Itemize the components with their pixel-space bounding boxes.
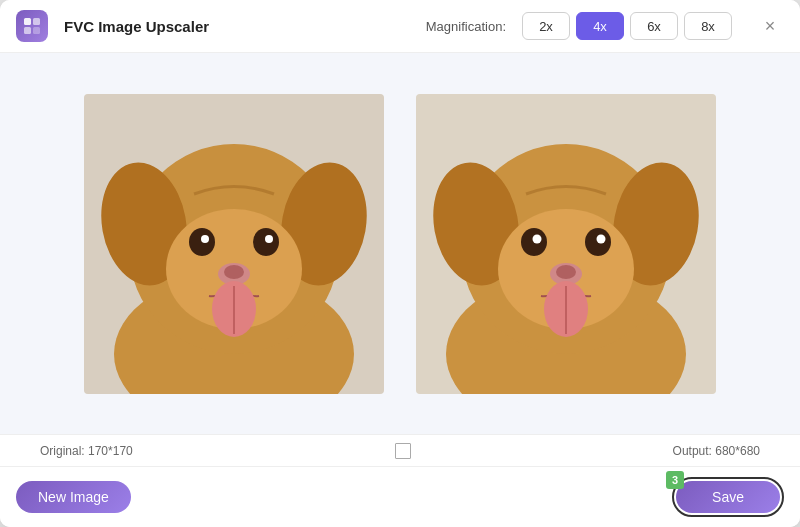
status-bar: Original: 170*170 Output: 680*680 xyxy=(0,434,800,466)
main-content xyxy=(0,53,800,434)
magnification-controls: 2x 4x 6x 8x xyxy=(522,12,732,40)
svg-point-12 xyxy=(201,235,209,243)
title-bar: FVC Image Upscaler Magnification: 2x 4x … xyxy=(0,0,800,53)
svg-point-27 xyxy=(597,234,606,243)
original-size-label: Original: 170*170 xyxy=(40,444,133,458)
output-image-panel xyxy=(416,94,716,394)
mag-8x-button[interactable]: 8x xyxy=(684,12,732,40)
svg-point-15 xyxy=(224,265,244,279)
app-title: FVC Image Upscaler xyxy=(64,18,209,35)
svg-rect-3 xyxy=(33,27,40,34)
close-button[interactable]: × xyxy=(756,12,784,40)
app-logo xyxy=(16,10,48,42)
center-icon xyxy=(395,443,411,459)
save-wrapper: 3 Save xyxy=(672,477,784,517)
original-image-panel xyxy=(84,94,384,394)
svg-point-29 xyxy=(556,265,576,279)
magnification-label: Magnification: xyxy=(426,19,506,34)
svg-point-10 xyxy=(189,228,215,256)
mag-6x-button[interactable]: 6x xyxy=(630,12,678,40)
footer: New Image 3 Save xyxy=(0,466,800,527)
save-button[interactable]: Save xyxy=(676,481,780,513)
mag-4x-button[interactable]: 4x xyxy=(576,12,624,40)
svg-point-13 xyxy=(265,235,273,243)
new-image-button[interactable]: New Image xyxy=(16,481,131,513)
mag-2x-button[interactable]: 2x xyxy=(522,12,570,40)
app-window: FVC Image Upscaler Magnification: 2x 4x … xyxy=(0,0,800,527)
svg-rect-0 xyxy=(24,18,31,25)
save-badge: 3 xyxy=(666,471,684,489)
svg-rect-2 xyxy=(24,27,31,34)
output-size-label: Output: 680*680 xyxy=(673,444,760,458)
svg-rect-1 xyxy=(33,18,40,25)
svg-point-11 xyxy=(253,228,279,256)
save-area: 3 Save xyxy=(672,477,784,517)
svg-point-26 xyxy=(533,234,542,243)
